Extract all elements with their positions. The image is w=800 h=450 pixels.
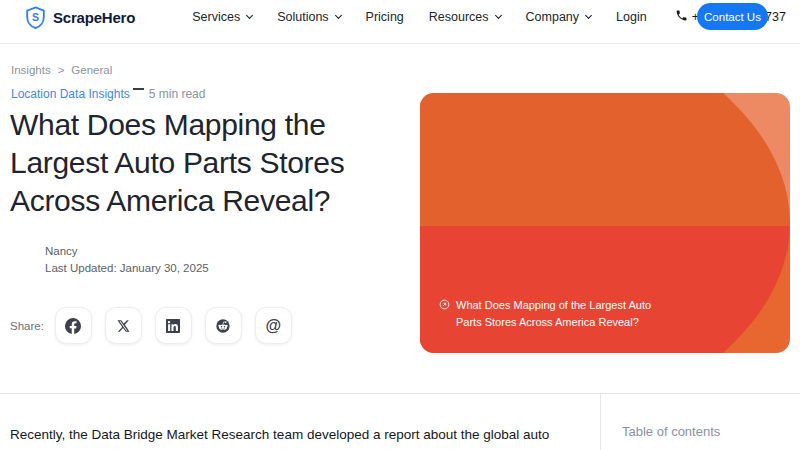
svg-text:S: S — [32, 11, 39, 23]
nav-item-company[interactable]: Company — [526, 10, 592, 24]
table-of-contents-title: Table of contents — [622, 424, 720, 439]
share-row: Share: — [10, 307, 292, 344]
breadcrumb: Insights > General — [11, 64, 112, 76]
category-link[interactable]: Location Data Insights — [11, 87, 130, 101]
nav-solutions-label: Solutions — [277, 10, 328, 24]
nav-pricing-label: Pricing — [366, 10, 404, 24]
nav-item-login[interactable]: Login — [616, 10, 647, 24]
share-reddit-button[interactable] — [205, 307, 242, 344]
share-facebook-button[interactable] — [55, 307, 92, 344]
shield-logo-icon: S — [25, 6, 46, 29]
nav-company-label: Company — [526, 10, 580, 24]
brand-name: ScrapeHero — [53, 9, 135, 26]
chevron-down-icon — [495, 12, 502, 19]
author-block: Nancy Last Updated: January 30, 2025 — [45, 243, 209, 277]
header-row: S ScrapeHero Services Solutions Pricing — [0, 2, 800, 32]
category-separator — [133, 88, 144, 90]
linkedin-icon — [166, 319, 180, 333]
category-row: Location Data Insights 5 min read — [11, 87, 205, 101]
breadcrumb-separator: > — [58, 64, 65, 76]
nav-item-solutions[interactable]: Solutions — [277, 10, 340, 24]
share-linkedin-button[interactable] — [155, 307, 192, 344]
chevron-down-icon — [335, 12, 342, 19]
x-twitter-icon — [116, 319, 130, 333]
featured-image: What Does Mapping of the Largest Auto Pa… — [420, 93, 790, 353]
nav-item-services[interactable]: Services — [192, 10, 252, 24]
top-navigation-bar: S ScrapeHero Services Solutions Pricing — [0, 0, 800, 44]
share-threads-button[interactable]: @ — [255, 307, 292, 344]
page: S ScrapeHero Services Solutions Pricing — [0, 0, 800, 450]
chevron-down-icon — [246, 12, 253, 19]
page-title: What Does Mapping the Largest Auto Parts… — [10, 106, 412, 220]
scrapehero-logo[interactable]: S ScrapeHero — [25, 6, 135, 29]
facebook-icon — [65, 318, 81, 334]
contact-us-button[interactable]: Contact Us — [697, 3, 768, 30]
content-top-divider — [0, 393, 800, 394]
breadcrumb-insights[interactable]: Insights — [11, 64, 51, 76]
nav-resources-label: Resources — [429, 10, 489, 24]
main-nav: Services Solutions Pricing Resources Com… — [192, 10, 646, 24]
nav-item-resources[interactable]: Resources — [429, 10, 501, 24]
sidebar-divider — [600, 394, 601, 450]
chevron-down-icon — [585, 12, 592, 19]
breadcrumb-general[interactable]: General — [71, 64, 112, 76]
last-updated: Last Updated: January 30, 2025 — [45, 260, 209, 277]
read-time: 5 min read — [149, 87, 206, 101]
share-label: Share: — [10, 320, 44, 332]
author-name[interactable]: Nancy — [45, 243, 209, 260]
nav-services-label: Services — [192, 10, 240, 24]
nav-item-pricing[interactable]: Pricing — [366, 10, 404, 24]
phone-icon — [675, 9, 688, 25]
threads-icon: @ — [266, 318, 282, 334]
nav-login-label: Login — [616, 10, 647, 24]
caption-text: What Does Mapping of the Largest Auto Pa… — [456, 297, 679, 331]
reddit-icon — [215, 318, 231, 334]
circle-arrow-icon — [439, 297, 450, 331]
featured-image-caption: What Does Mapping of the Largest Auto Pa… — [439, 297, 679, 331]
share-x-twitter-button[interactable] — [105, 307, 142, 344]
article-paragraph: Recently, the Data Bridge Market Researc… — [10, 424, 585, 445]
